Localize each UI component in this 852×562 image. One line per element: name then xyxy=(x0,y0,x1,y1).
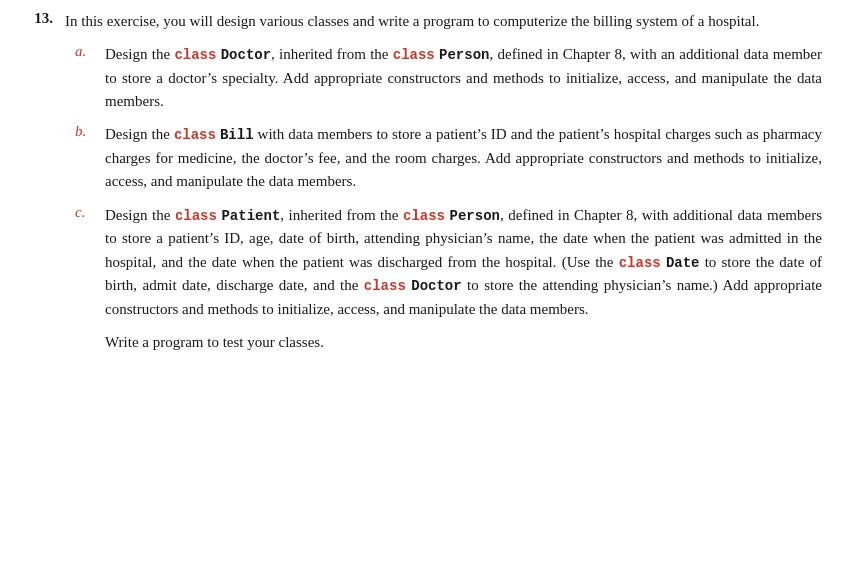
keyword-class-6: class xyxy=(619,255,661,271)
write-program: Write a program to test your classes. xyxy=(105,331,822,354)
sub-items: a. Design the class Doctor, inherited fr… xyxy=(75,43,822,321)
keyword-class-1: class xyxy=(174,47,216,63)
sub-item-label-b: b. xyxy=(75,123,105,193)
exercise-number: 13. xyxy=(20,10,65,354)
keyword-class-3: class xyxy=(174,127,216,143)
exercise-container: 13. In this exercise, you will design va… xyxy=(20,10,822,354)
sub-item-b: b. Design the class Bill with data membe… xyxy=(75,123,822,193)
sub-item-text-b: Design the class Bill with data members … xyxy=(105,123,822,193)
code-bill: Bill xyxy=(220,127,254,143)
sub-item-text-a: Design the class Doctor, inherited from … xyxy=(105,43,822,113)
keyword-class-5: class xyxy=(403,208,445,224)
code-doctor: Doctor xyxy=(221,47,271,63)
keyword-class-2: class xyxy=(393,47,435,63)
exercise-intro: In this exercise, you will design variou… xyxy=(65,10,822,33)
code-person-1: Person xyxy=(439,47,489,63)
code-date: Date xyxy=(666,255,700,271)
sub-item-c: c. Design the class Patient, inherited f… xyxy=(75,204,822,322)
keyword-class-7: class xyxy=(364,278,406,294)
sub-item-label-a: a. xyxy=(75,43,105,113)
keyword-class-4: class xyxy=(175,208,217,224)
code-doctor-2: Doctor xyxy=(411,278,461,294)
code-patient: Patient xyxy=(221,208,280,224)
exercise-content: In this exercise, you will design variou… xyxy=(65,10,822,354)
sub-item-label-c: c. xyxy=(75,204,105,322)
code-person-2: Person xyxy=(450,208,500,224)
sub-item-text-c: Design the class Patient, inherited from… xyxy=(105,204,822,322)
sub-item-a: a. Design the class Doctor, inherited fr… xyxy=(75,43,822,113)
